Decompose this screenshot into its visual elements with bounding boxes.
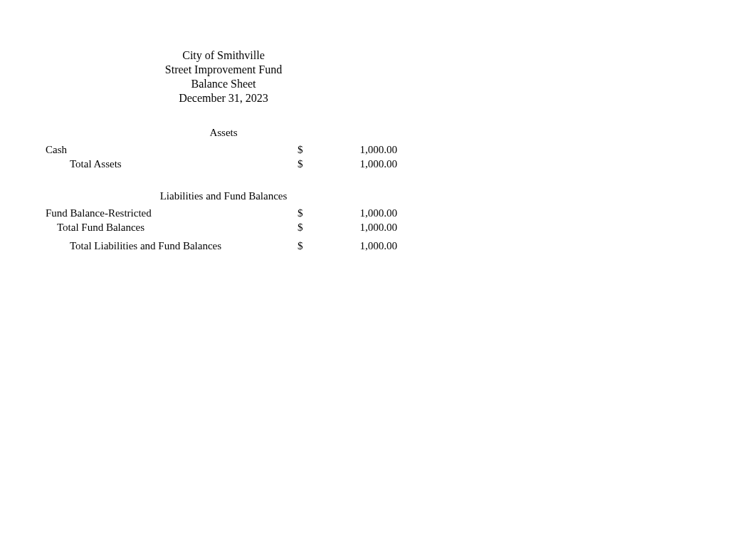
assets-row-total: Total Assets $ 1,000.00 <box>46 157 401 171</box>
document-header: City of Smithville Street Improvement Fu… <box>46 48 401 105</box>
row-currency: $ <box>298 157 326 171</box>
row-label: Total Assets <box>46 157 298 171</box>
liabilities-row-total: Total Liabilities and Fund Balances $ 1,… <box>46 239 401 253</box>
liabilities-row-fund-balance: Fund Balance-Restricted $ 1,000.00 <box>46 207 401 220</box>
liabilities-section-title: Liabilities and Fund Balances <box>46 190 401 202</box>
row-value: 1,000.00 <box>326 221 397 234</box>
row-value: 1,000.00 <box>326 207 397 220</box>
header-statement-type: Balance Sheet <box>46 77 401 91</box>
row-currency: $ <box>298 143 326 157</box>
row-label: Cash <box>46 143 298 157</box>
assets-section-title: Assets <box>46 127 401 139</box>
row-currency: $ <box>298 221 326 234</box>
assets-row-cash: Cash $ 1,000.00 <box>46 143 401 157</box>
balance-sheet-document: City of Smithville Street Improvement Fu… <box>46 48 401 254</box>
row-value: 1,000.00 <box>326 157 397 171</box>
row-value: 1,000.00 <box>326 239 397 253</box>
header-entity: City of Smithville <box>46 48 401 63</box>
row-label: Total Fund Balances <box>46 221 298 234</box>
section-spacer <box>46 172 401 190</box>
row-currency: $ <box>298 239 326 253</box>
row-label: Total Liabilities and Fund Balances <box>46 239 298 253</box>
row-value: 1,000.00 <box>326 143 397 157</box>
header-date: December 31, 2023 <box>46 91 401 105</box>
row-label: Fund Balance-Restricted <box>46 207 298 220</box>
row-currency: $ <box>298 207 326 220</box>
liabilities-row-total-fund-balances: Total Fund Balances $ 1,000.00 <box>46 221 401 234</box>
header-fund: Street Improvement Fund <box>46 63 401 77</box>
